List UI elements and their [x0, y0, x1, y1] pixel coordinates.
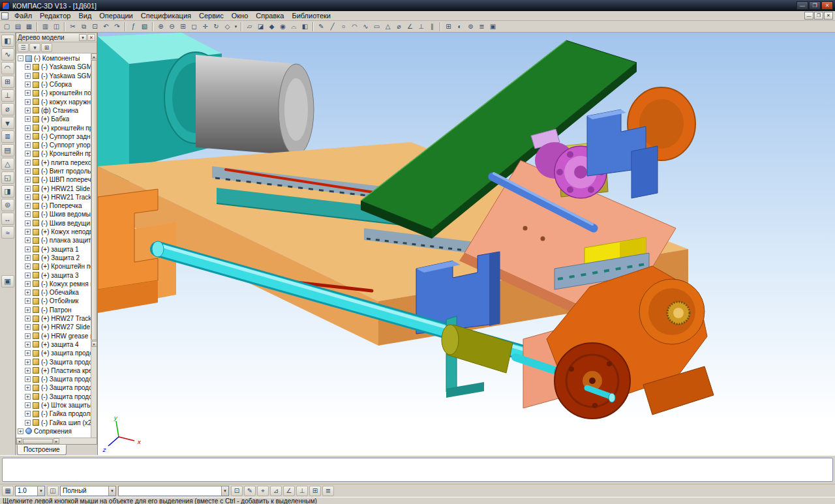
scrollbar-thumb[interactable] [91, 60, 97, 340]
rectangle-icon[interactable]: ▭ [371, 22, 382, 32]
tree-item[interactable]: + (+) Пластина креп [16, 366, 91, 375]
surfaces-button[interactable]: ◠ [1, 62, 14, 74]
tree-item[interactable]: + (+) Кронштейн по [16, 262, 91, 271]
close-button[interactable]: ✕ [821, 1, 833, 10]
tree-item[interactable]: + (+) защита продол [16, 349, 91, 357]
sketch-mode-icon[interactable]: ✎ [244, 486, 256, 496]
tree-expand-toggle[interactable]: + [25, 99, 31, 105]
tree-expand-toggle[interactable]: + [25, 316, 31, 321]
tree-item[interactable]: + (-) Защита продол [16, 375, 91, 383]
tree-expand-toggle[interactable]: + [25, 385, 31, 391]
perspective-icon[interactable]: ⌓ [288, 22, 299, 32]
tree-item[interactable]: + (+) защита 1 [16, 245, 91, 254]
marks-button[interactable]: ≈ [1, 226, 14, 239]
tree-item[interactable]: + (+) HRW27 Track [16, 314, 91, 323]
tree-expand-toggle[interactable]: + [25, 73, 31, 79]
panel-pin-button[interactable]: ▾ [79, 34, 87, 41]
tree-item[interactable]: + (-) Защита продол [16, 357, 91, 366]
3d-viewport[interactable]: y x z [98, 33, 835, 455]
shaded-icon[interactable]: ◆ [266, 22, 277, 32]
tree-expand-toggle[interactable]: + [25, 273, 31, 278]
tree-item[interactable]: + (+) защита 3 [16, 271, 91, 279]
spline-icon[interactable]: ∿ [360, 22, 371, 32]
orientation-dropdown[interactable]: ▾ [233, 22, 239, 32]
tree-expand-toggle[interactable]: - [18, 55, 23, 61]
document-icon[interactable] [1, 12, 8, 20]
tree-expand-toggle[interactable]: + [25, 229, 31, 235]
edit-model-button[interactable]: ◧ [1, 35, 14, 47]
mdi-restore-button[interactable]: ❐ [814, 12, 823, 20]
tree-expand-toggle[interactable]: + [25, 108, 31, 113]
save-icon[interactable]: ▦ [23, 22, 35, 32]
open-icon[interactable]: ▤ [12, 22, 23, 32]
tree-item[interactable]: + (+) Шток защиты ( [16, 401, 91, 409]
mates-tool-icon[interactable]: ⊚ [465, 22, 476, 32]
model-part-pulley-disc[interactable] [554, 343, 630, 419]
scrollbar-thumb[interactable] [23, 439, 53, 444]
macro-button[interactable]: ▣ [1, 275, 14, 288]
property-message-field[interactable] [2, 458, 833, 482]
tree-expand-toggle[interactable]: + [25, 142, 31, 148]
section-view-icon[interactable]: ◧ [299, 22, 311, 32]
tree-item[interactable]: + (-) ШВП попереч [16, 175, 91, 184]
current-view-icon[interactable]: ▦ [2, 486, 14, 496]
tree-expand-toggle[interactable]: + [25, 116, 31, 122]
tree-item[interactable]: + (-) Yaskawa SGMA [16, 63, 91, 71]
perpendicular-snap-icon[interactable]: ⊥ [296, 486, 308, 496]
tree-item[interactable]: + (+) HRW21 Slide17 [16, 184, 91, 192]
menu-service[interactable]: Сервис [195, 11, 228, 20]
tree-expand-toggle[interactable]: + [25, 411, 31, 417]
pattern-icon[interactable]: ⊞ [443, 22, 454, 32]
tree-structure-dropdown[interactable]: ▾ [29, 43, 40, 52]
layers-icon[interactable]: ≣ [476, 22, 487, 32]
filters-button[interactable]: ▼ [1, 117, 14, 129]
tree-item[interactable]: + (-) Отбойник [16, 297, 91, 305]
tree-item[interactable]: + (+) Кожух неподв [16, 228, 91, 236]
line-icon[interactable]: ╱ [327, 22, 338, 32]
layers-control-icon[interactable]: ≣ [322, 486, 334, 496]
arrays-button[interactable]: ⊞ [1, 76, 14, 88]
scroll-left-icon[interactable]: ◄ [16, 438, 22, 444]
scroll-right-icon[interactable]: ► [53, 438, 59, 444]
view-settings-icon[interactable]: ◫ [47, 486, 59, 496]
pan-icon[interactable]: ✛ [200, 22, 211, 32]
arc-icon[interactable]: ◠ [349, 22, 360, 32]
tree-item[interactable]: + (-) Шкив ведущий [16, 219, 91, 228]
display-mode-combo[interactable]: Полный ▼ [60, 486, 116, 496]
tree-item-components-root[interactable]: - (-) Компоненты [16, 54, 91, 63]
chevron-down-icon[interactable]: ▼ [108, 486, 115, 496]
print-icon[interactable]: ▥ [40, 22, 51, 32]
tree-item[interactable]: + (-) Суппорт упорн [16, 141, 91, 149]
tree-item[interactable]: + (+) защита 4 [16, 340, 91, 349]
tree-item[interactable]: + (-) планка защит [16, 236, 91, 245]
tree-expand-toggle[interactable]: + [25, 359, 31, 365]
ortho-icon[interactable]: ⊿ [270, 486, 282, 496]
tree-item[interactable]: + (-) Yaskawa SGMJ [16, 72, 91, 80]
sketch-icon[interactable]: ✎ [316, 22, 327, 32]
tree-expand-toggle[interactable]: + [25, 376, 31, 382]
spec-button[interactable]: ≣ [1, 130, 14, 143]
tree-vertical-scrollbar[interactable]: ▲ ▼ [91, 53, 97, 437]
redo-icon[interactable]: ↷ [112, 22, 123, 32]
menu-file[interactable]: Файл [10, 11, 36, 20]
tree-expand-toggle[interactable]: + [25, 237, 31, 243]
tree-item[interactable]: + (-) Кронштейн про [16, 149, 91, 158]
tree-item[interactable]: + (ф) Станина [16, 106, 91, 115]
chevron-down-icon[interactable]: ▼ [221, 486, 228, 496]
tree-expand-toggle[interactable]: + [25, 402, 31, 408]
measure-button[interactable]: ⌀ [1, 103, 14, 115]
tree-expand-toggle[interactable]: + [25, 281, 31, 287]
selection-combo[interactable]: ▼ [118, 486, 229, 496]
chevron-down-icon[interactable]: ▼ [37, 486, 44, 496]
tree-expand-toggle[interactable]: + [25, 333, 31, 339]
angle-snap-icon[interactable]: ∠ [283, 486, 295, 496]
diameter-icon[interactable]: ⌀ [393, 22, 404, 32]
hidden-lines-icon[interactable]: ◪ [255, 22, 266, 32]
mirror-icon[interactable]: ◐ [454, 22, 465, 32]
tree-item[interactable]: + (-) Гайка шип (x2) [16, 418, 91, 426]
snap-icon[interactable]: ⌖ [257, 486, 269, 496]
tree-item[interactable]: + (+) плита переход [16, 158, 91, 167]
tree-structure-button[interactable]: ☰ [18, 43, 29, 52]
tree-item[interactable]: + (-) Гайка продольн [16, 409, 91, 418]
perpendicular-icon[interactable]: ⊥ [416, 22, 427, 32]
